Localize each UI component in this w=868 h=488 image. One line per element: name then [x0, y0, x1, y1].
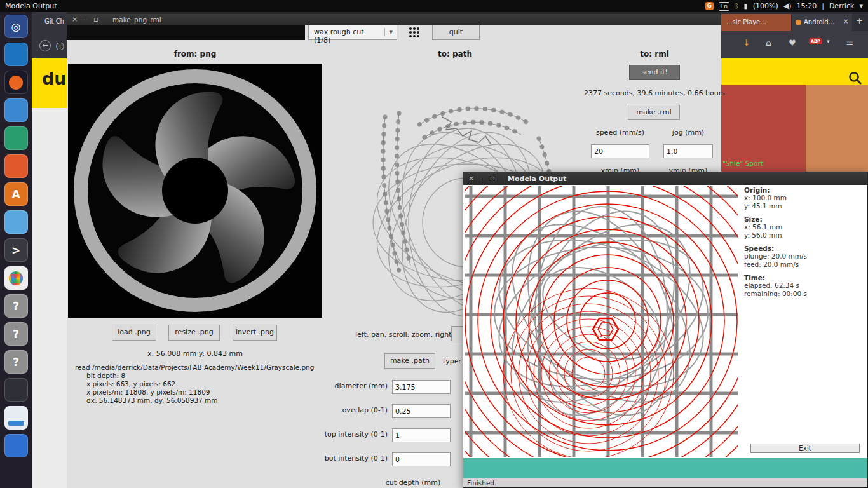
launcher-thunderbird-icon[interactable] — [4, 43, 28, 66]
time-estimate: 2377 seconds, 39.6 minutes, 0.66 hours — [571, 89, 738, 97]
resize-png-button[interactable]: resize .png — [168, 325, 220, 341]
file-info-path: read /media/derrick/Data/Projects/FAB Ac… — [75, 363, 314, 372]
launcher-unknown-app-3-icon[interactable]: ? — [4, 350, 28, 374]
keyboard-layout-indicator[interactable]: En — [719, 2, 729, 11]
ubuntu-logo-glyph: ◎ — [11, 20, 21, 33]
battery-icon[interactable]: ▮ — [744, 2, 748, 10]
firefox-window-right-strip: ...sic Playe... Android... × + ↓ ⌂ ♥ ABP… — [721, 12, 868, 172]
separator: | — [822, 2, 824, 10]
question-glyph: ? — [13, 300, 19, 313]
browser-tab-git[interactable]: Git Ch — [44, 18, 64, 25]
launcher-blue-app-icon[interactable] — [4, 434, 28, 458]
quit-button[interactable]: quit — [432, 25, 480, 40]
tab-favicon-icon — [796, 20, 801, 25]
firefox-window-left-sliver: Git Ch ← ⓘ du — [32, 12, 67, 488]
launcher-firefox-icon[interactable] — [4, 71, 28, 94]
chevron-down-icon: ▾ — [859, 2, 863, 10]
exit-button[interactable]: Exit — [750, 444, 860, 453]
send-it-button[interactable]: send it! — [629, 65, 680, 80]
fab-window-title: make_png_rml — [112, 16, 161, 24]
volume-icon[interactable]: ◀) — [783, 2, 792, 10]
caret-down-icon: ▾ — [384, 28, 393, 36]
browser-back-icon[interactable]: ← — [39, 40, 51, 51]
make-path-button[interactable]: make .path — [384, 353, 435, 369]
unity-launcher: ◎ A > ? ? ? — [0, 12, 32, 488]
launcher-orange-app-icon[interactable] — [4, 154, 28, 178]
minimize-icon[interactable]: – — [83, 15, 87, 24]
launcher-files-icon[interactable] — [4, 98, 28, 122]
download-icon[interactable]: ↓ — [743, 37, 750, 48]
launcher-chrome-icon[interactable] — [4, 266, 28, 290]
bot-intensity-input[interactable] — [392, 452, 451, 466]
cursor-coordinates: x: 56.008 mm y: 0.843 mm — [125, 349, 265, 358]
new-tab-icon[interactable]: + — [856, 16, 863, 25]
status-text: Finished. — [463, 478, 867, 487]
preset-dropdown[interactable]: ▾ wax rough cut (1/8) — [308, 25, 397, 40]
from-png-header: from: png — [151, 50, 240, 58]
diameter-input[interactable] — [392, 380, 451, 394]
launcher-terminal2-icon[interactable] — [4, 378, 28, 402]
overlap-input[interactable] — [392, 404, 451, 418]
modela-window-title: Modela Output — [508, 175, 566, 183]
close-icon[interactable]: × — [468, 174, 474, 182]
bluetooth-icon[interactable]: ᛒ — [735, 2, 739, 10]
fab-window-titlebar[interactable]: × – ▫ make_png_rml — [67, 14, 721, 25]
duckduckgo-wordmark: du — [42, 69, 67, 88]
page-info-icon[interactable]: ⓘ — [56, 41, 64, 53]
modela-titlebar[interactable]: × – ▫ Modela Output — [463, 172, 867, 185]
top-intensity-input[interactable] — [392, 428, 451, 442]
launcher-ubuntu-icon[interactable]: ◎ — [4, 15, 28, 38]
close-icon[interactable]: × — [72, 15, 78, 24]
diameter-label: diameter (mm) — [305, 382, 388, 390]
duckduckgo-banner-left: du — [32, 58, 67, 108]
remaining-time: remaining: 00:00 s — [744, 290, 865, 298]
minimize-icon[interactable]: – — [480, 174, 484, 182]
preset-value: wax rough cut (1/8) — [314, 28, 364, 44]
file-info-dpi: x pixels/m: 11808, y pixels/m: 11809 — [75, 388, 314, 396]
bookmark-heart-icon[interactable]: ♥ — [789, 38, 796, 48]
tray-indicator-icon[interactable]: G — [705, 2, 714, 10]
launcher-libreoffice-icon[interactable] — [4, 126, 28, 150]
jog-input[interactable] — [663, 144, 713, 158]
battery-percent: (100%) — [753, 2, 778, 10]
launcher-terminal-icon[interactable]: > — [4, 238, 28, 262]
session-user-menu[interactable]: Derrick — [829, 2, 855, 10]
tab-label: Android... — [804, 18, 834, 25]
top-intensity-label: top intensity (0-1) — [305, 430, 388, 438]
modela-toolpath-canvas[interactable] — [465, 186, 738, 457]
type-label: type: — [443, 357, 461, 365]
browser-tab-music[interactable]: ...sic Playe... — [721, 14, 791, 31]
launcher-software-center-icon[interactable]: A — [4, 182, 28, 206]
question-glyph: ? — [13, 328, 19, 341]
tab-close-icon[interactable]: × — [843, 18, 848, 25]
browser-tab-bar: ...sic Playe... Android... × + — [721, 12, 868, 31]
progress-bar — [463, 458, 867, 478]
origin-x: x: 100.0 mm — [744, 194, 865, 202]
grid-view-button[interactable] — [405, 25, 424, 40]
load-png-button[interactable]: load .png — [112, 325, 156, 341]
home-icon[interactable]: ⌂ — [766, 37, 771, 48]
launcher-modela-window-icon[interactable] — [4, 406, 28, 430]
maximize-icon[interactable]: ▫ — [93, 15, 98, 24]
plunge-speed: plunge: 20.0 mm/s — [744, 252, 865, 261]
invert-png-button[interactable]: invert .png — [233, 325, 277, 341]
feed-speed: feed: 20.0 mm/s — [744, 261, 865, 269]
browser-toolbar: ↓ ⌂ ♥ ABP ▾ ≡ 1.0 100 45 — [721, 31, 868, 58]
clock[interactable]: 15:20 — [796, 2, 817, 10]
speed-input[interactable] — [591, 144, 649, 158]
launcher-screenshot-icon[interactable] — [4, 210, 28, 234]
size-header: Size: — [744, 215, 865, 223]
hamburger-menu-icon[interactable]: ≡ — [846, 37, 854, 48]
chevron-down-icon[interactable]: ▾ — [827, 38, 830, 44]
make-rml-button[interactable]: make .rml — [628, 105, 680, 120]
browser-tab-android[interactable]: Android... × — [792, 14, 852, 31]
adblock-plus-icon[interactable]: ABP — [809, 38, 822, 44]
launcher-unknown-app-2-icon[interactable]: ? — [4, 322, 28, 346]
png-preview-canvas[interactable] — [68, 64, 322, 318]
page-image-orange — [806, 85, 868, 172]
search-icon[interactable] — [848, 71, 862, 85]
system-top-bar: Modela Output G En ᛒ ▮ (100%) ◀) 15:20 |… — [0, 0, 868, 12]
launcher-unknown-app-1-icon[interactable]: ? — [4, 294, 28, 318]
modela-output-window: × – ▫ Modela Output — [463, 172, 868, 488]
maximize-icon[interactable]: ▫ — [490, 174, 494, 182]
